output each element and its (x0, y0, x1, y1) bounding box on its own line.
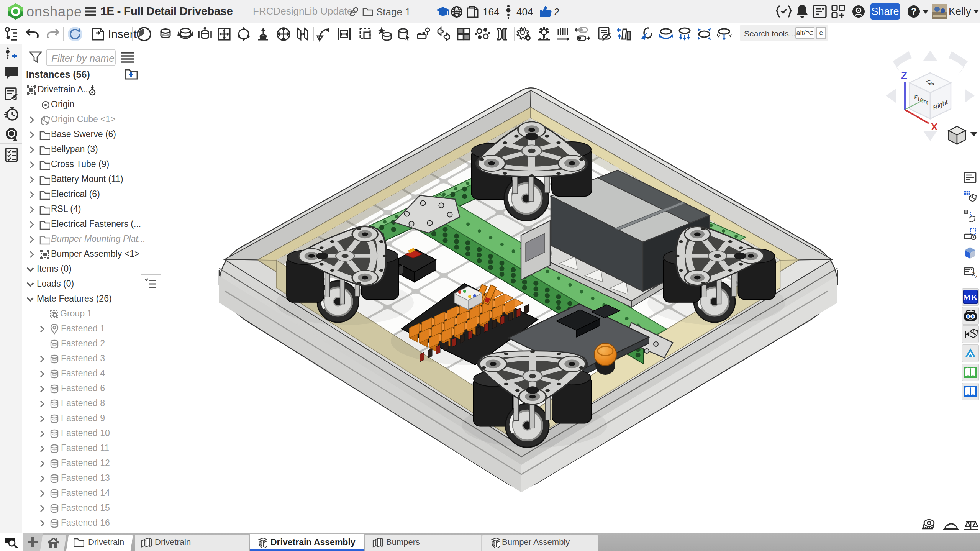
svg-text:X: X (931, 121, 938, 133)
svg-text:MK: MK (963, 292, 978, 302)
svg-text:x): x) (972, 269, 977, 278)
svg-text:Z: Z (901, 70, 907, 81)
